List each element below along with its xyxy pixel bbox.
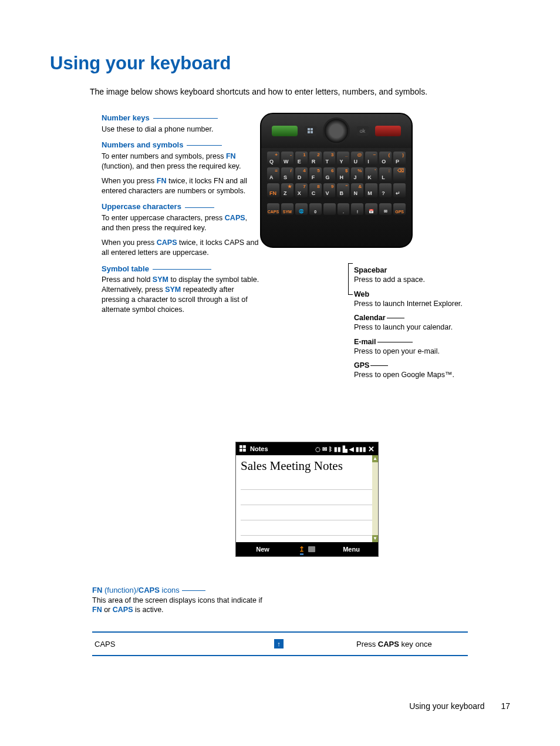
callout-body: To enter numbers and symbols, press FN (… (102, 152, 260, 172)
scrollbar[interactable]: ▲ ▼ (372, 455, 378, 542)
callout-uppercase: Uppercase characters To enter uppercase … (102, 201, 260, 257)
callout-calendar: Calendar Press to launch your calendar. (354, 313, 483, 332)
note-line (241, 475, 373, 490)
callout-body: Press to open your e-mail. (354, 347, 483, 356)
phone-key: ? (379, 183, 392, 197)
phone-key: 6G (323, 167, 336, 182)
callout-email: E-mail Press to open your e-mail. (354, 337, 483, 357)
callout-body: Use these to dial a phone number. (102, 125, 260, 135)
callout-body: When you press CAPS twice, it locks CAPS… (102, 238, 260, 258)
end-key (375, 126, 401, 136)
phone-key: (O (379, 152, 392, 166)
phone-key: 📅 (365, 203, 377, 215)
leader-line (348, 263, 353, 295)
notes-app-figure: Notes ◌ ✉ ᛒ ▮▮ ▙ ◀ ▮▮▮ ✕ Sales Meeting N… (235, 442, 379, 557)
phone-key: )P (393, 152, 406, 166)
page-heading: Using your keyboard (50, 53, 510, 74)
phone-keyboard: +Q-W1E2R3T_Y@U~I(O)P=A/S4D5F6G$H%J'K:L⌫F… (261, 148, 411, 203)
page-footer: Using your keyboard 17 (409, 701, 510, 711)
footer-section: Using your keyboard (409, 701, 484, 711)
phone-key: /S (281, 167, 294, 182)
keyboard-diagram: Number keys Use these to dial a phone nu… (102, 113, 510, 418)
voicemail-icon: ◌ (315, 446, 321, 452)
network-icon: ▙ (343, 446, 348, 452)
phone-key: 0 (309, 203, 322, 215)
phone-key: &N (351, 183, 363, 197)
windows-key (305, 126, 316, 136)
callout-body: This area of the screen displays icons t… (92, 596, 268, 616)
softkey-new[interactable]: New (236, 546, 289, 553)
call-key (272, 126, 298, 136)
callout-numbers-symbols: Numbers and symbols To enter numbers and… (102, 140, 260, 196)
phone-key: $H (337, 167, 349, 182)
phone-key: -W (281, 152, 294, 166)
phone-key: 7X (295, 183, 308, 197)
callout-title: Numbers and symbols (102, 140, 183, 149)
svg-rect-2 (308, 131, 310, 133)
intro-text: The image below shows keyboard shortcuts… (90, 87, 510, 96)
callout-body: When you press FN twice, it locks FN and… (102, 176, 260, 196)
svg-rect-3 (311, 131, 313, 133)
keyboard-icon[interactable] (308, 546, 315, 552)
notes-document-title: Sales Meeting Notes (236, 455, 378, 475)
callout-body: Press and hold SYM to display the symbol… (102, 275, 260, 315)
svg-rect-4 (239, 445, 242, 448)
phone-key: ⌫ (393, 167, 406, 182)
note-line (241, 505, 373, 520)
phone-key: 3T (323, 152, 336, 166)
notes-titlebar: Notes ◌ ✉ ᛒ ▮▮ ▙ ◀ ▮▮▮ ✕ (236, 442, 378, 455)
phone-key: @U (351, 152, 363, 166)
callout-web: Web Press to launch Internet Explorer. (354, 290, 483, 309)
callout-symbol-table: Symbol table Press and hold SYM to displ… (102, 264, 260, 315)
phone-key: ~I (365, 152, 377, 166)
phone-key: SYM (281, 203, 294, 215)
softkey-menu[interactable]: Menu (325, 546, 378, 553)
notes-app-title: Notes (250, 445, 268, 452)
mail-icon: ✉ (322, 446, 327, 452)
svg-rect-0 (308, 128, 310, 130)
phone-illustration: ok +Q-W1E2R3T_Y@U~I(O)P=A/S4D5F6G$H%J'K:… (260, 113, 413, 248)
phone-key: FN (267, 183, 279, 197)
phone-key: _Y (337, 152, 349, 166)
caps-arrow-icon: ↑ (274, 639, 284, 648)
phone-key: ✉ (379, 203, 392, 215)
callout-gps: GPS Press to open Google Maps™. (354, 361, 483, 380)
callout-spacebar: Spacebar Press to add a space. (354, 266, 483, 285)
phone-key: :L (379, 167, 392, 182)
phone-key (323, 203, 336, 215)
phone-key: 9V (323, 183, 336, 197)
scroll-up-icon[interactable]: ▲ (372, 455, 378, 462)
volume-icon: ◀ (349, 446, 354, 452)
phone-key: 4D (295, 167, 308, 182)
callout-title: Number keys (102, 113, 150, 122)
phone-key: CAPS (267, 203, 279, 215)
phone-key: 8C (309, 183, 322, 197)
svg-rect-6 (239, 449, 242, 452)
phone-key: M (365, 183, 377, 197)
phone-key: 2R (309, 152, 322, 166)
phone-key: . (338, 203, 350, 215)
nav-pad (323, 117, 350, 145)
signal-icon: ▮▮ (334, 446, 341, 452)
caps-label: CAPS (92, 640, 274, 648)
svg-rect-1 (311, 128, 313, 130)
windows-icon (239, 445, 247, 452)
callout-body: Press to open Google Maps™. (354, 370, 483, 379)
callout-body: Press to launch Internet Explorer. (354, 299, 483, 308)
phone-key: "B (337, 183, 349, 197)
callout-body: Press to add a space. (354, 275, 483, 284)
note-line (241, 490, 373, 505)
svg-rect-7 (243, 449, 246, 452)
phone-key: GPS (393, 203, 406, 215)
callout-number-keys: Number keys Use these to dial a phone nu… (102, 113, 260, 134)
caps-indicator-icon: ↥ (299, 545, 305, 553)
phone-key: =A (267, 167, 279, 182)
caps-table-row: CAPS ↑ Press CAPS key once (92, 631, 468, 656)
scroll-down-icon[interactable]: ▼ (372, 535, 378, 542)
page-number: 17 (501, 701, 510, 711)
phone-key: 'K (365, 167, 377, 182)
close-icon: ✕ (368, 445, 375, 453)
callout-title: Uppercase characters (102, 202, 181, 211)
phone-key: %J (351, 167, 363, 182)
bluetooth-icon: ᛒ (329, 446, 332, 452)
